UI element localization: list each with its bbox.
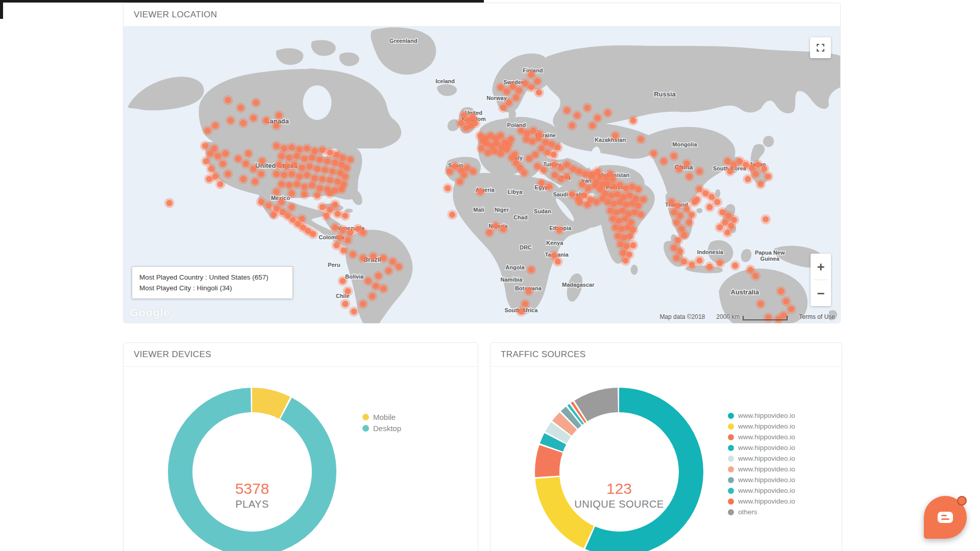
terms-of-use-link[interactable]: Terms of Use [799, 313, 835, 320]
viewer-dot [271, 212, 277, 218]
most-played-city: Most Played City : Hingoli (34) [139, 283, 285, 293]
viewer-dot [274, 189, 280, 195]
traffic-sources-panel: TRAFFIC SOURCES 123 UNIQUE SOURCE www.hi… [490, 342, 842, 551]
viewer-dot [528, 84, 534, 90]
fullscreen-button[interactable] [810, 37, 831, 58]
viewer-dot [337, 235, 343, 241]
viewer-dot [551, 152, 557, 158]
viewer-dot [314, 192, 320, 198]
legend-item[interactable]: www.hippovideo.io [728, 464, 795, 474]
viewer-dot [332, 224, 338, 231]
country-label: Australia [731, 288, 760, 296]
legend-item[interactable]: www.hippovideo.io [728, 442, 795, 453]
viewer-dot [251, 166, 257, 172]
viewer-dot [683, 161, 690, 167]
zoom-out-button[interactable]: − [811, 280, 831, 306]
viewer-dot [166, 200, 173, 206]
zoom-in-button[interactable]: + [811, 254, 831, 280]
viewer-dot [345, 237, 351, 243]
legend-item[interactable]: www.hippovideo.io [728, 474, 795, 485]
viewer-dot [605, 110, 611, 116]
viewer-dot [243, 161, 249, 167]
viewer-dot [294, 153, 300, 159]
viewer-dot [263, 117, 270, 123]
viewer-dot [538, 145, 545, 152]
viewer-dot [323, 213, 329, 219]
country-label: Mongolia [672, 141, 697, 147]
legend-item[interactable]: www.hippovideo.io [728, 485, 795, 496]
viewer-dot [360, 255, 366, 261]
viewer-dot [724, 230, 730, 236]
viewer-dot [623, 258, 629, 264]
devices-donut-chart[interactable] [165, 385, 339, 551]
viewer-dot [552, 172, 558, 178]
viewer-dot [641, 196, 647, 203]
legend-swatch [728, 488, 734, 494]
viewer-dot [521, 170, 527, 176]
legend-item[interactable]: www.hippovideo.io [728, 432, 795, 442]
viewer-dot [274, 122, 280, 129]
viewer-dot [522, 301, 528, 307]
world-map[interactable]: GreenlandIcelandCanadaUnited StatesMexic… [124, 26, 840, 323]
viewer-dot [727, 168, 733, 174]
country-label: Mali [473, 207, 484, 213]
legend-item[interactable]: www.hippovideo.io [728, 421, 795, 432]
viewer-dot [518, 309, 524, 315]
viewer-dot [347, 230, 353, 236]
legend-item[interactable]: Mobile [362, 411, 401, 422]
viewer-dot [350, 252, 356, 258]
viewer-devices-header: VIEWER DEVICES [124, 343, 478, 367]
legend-item[interactable]: www.hippovideo.io [728, 453, 795, 464]
chat-widget-button[interactable] [924, 496, 967, 539]
traffic-donut-chart[interactable] [532, 385, 706, 551]
legend-item[interactable]: Desktop [362, 422, 401, 434]
viewer-dot [717, 260, 723, 266]
chat-icon-line [941, 518, 949, 520]
viewer-dot [630, 242, 636, 248]
viewer-dot [339, 278, 346, 284]
viewer-devices-chart: 5378 PLAYS MobileDesktop [124, 366, 478, 551]
country-label: Iceland [435, 78, 455, 84]
viewer-dot [279, 199, 285, 205]
viewer-dot [458, 120, 464, 126]
viewer-dot [706, 264, 713, 270]
viewer-dot [696, 168, 702, 174]
viewer-dot [638, 136, 644, 142]
viewer-dot [202, 143, 208, 149]
viewer-dot [240, 120, 247, 126]
legend-swatch [728, 477, 734, 483]
viewer-dot [302, 156, 308, 162]
viewer-dot [319, 147, 325, 153]
viewer-dot [206, 176, 212, 182]
viewer-dot [345, 288, 351, 294]
legend-item[interactable]: others [728, 507, 795, 517]
viewer-dot [380, 286, 386, 292]
legend-item[interactable]: www.hippovideo.io [728, 496, 795, 507]
map-scale-text: 2000 km [716, 313, 740, 320]
viewer-dot [449, 212, 455, 218]
viewer-dot [299, 165, 305, 171]
viewer-dot [334, 211, 340, 217]
legend-label: www.hippovideo.io [738, 497, 795, 505]
viewer-location-title: VIEWER LOCATION [134, 10, 217, 20]
viewer-dot [538, 180, 545, 186]
viewer-dot [500, 105, 506, 111]
viewer-dot [676, 166, 682, 172]
viewer-dot [757, 181, 764, 187]
viewer-dot [274, 171, 280, 177]
viewer-dot [259, 158, 265, 164]
viewer-dot [211, 145, 217, 152]
viewer-dot [556, 227, 562, 233]
viewer-dot [477, 189, 483, 195]
legend-item[interactable]: www.hippovideo.io [728, 410, 795, 421]
donut-slice[interactable] [180, 400, 324, 544]
viewer-dot [246, 151, 252, 157]
viewer-dot [309, 155, 315, 161]
viewer-dot [500, 226, 506, 232]
viewer-dot [344, 165, 350, 171]
viewer-dot [757, 301, 764, 307]
viewer-dot [732, 263, 738, 269]
legend-label: www.hippovideo.io [738, 433, 795, 441]
viewer-dot [396, 264, 402, 270]
chat-bubble-icon [938, 512, 953, 523]
